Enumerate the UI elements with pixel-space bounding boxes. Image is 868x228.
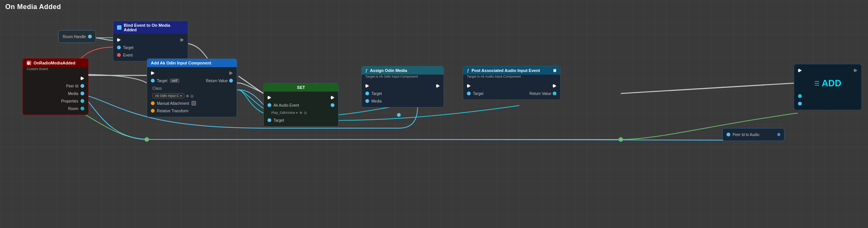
post-associated-node: ƒ Post Associated Audio Input Event 🖥 Ta… [463, 66, 561, 100]
room-handle-node: Room Handle [58, 30, 96, 43]
set-ak-audio-out[interactable] [331, 103, 334, 107]
relative-transform-label: Relative Transform [157, 109, 188, 113]
post-assoc-func-icon: ƒ [467, 68, 469, 73]
play-odin-voice-label: Play_OdinVoice [271, 111, 295, 115]
post-return-pin[interactable] [553, 92, 556, 95]
manual-attach-label: Manual Attachment [157, 101, 189, 106]
media-pin[interactable] [81, 92, 84, 95]
assign-odin-node: ƒ Assign Odin Media Target is Ak Odin In… [361, 66, 444, 107]
peer-to-audio-node: Peer Id to Audio [722, 128, 784, 141]
room-label: Room [68, 107, 78, 111]
bind-target-label: Target [123, 46, 134, 50]
peer-to-audio-in-pin[interactable] [727, 133, 730, 136]
add-ak-target-label: Target [157, 79, 167, 83]
post-assoc-monitor-icon[interactable]: 🖥 [552, 68, 556, 73]
set-icon2[interactable]: ◎ [304, 111, 307, 115]
room-pin[interactable] [81, 107, 84, 110]
post-associated-header: ƒ Post Associated Audio Input Event 🖥 [463, 66, 560, 75]
room-handle-label: Room Handle [63, 35, 86, 39]
assign-target-label: Target [371, 92, 382, 96]
set-ak-audio-value: Play_OdinVoice ▾ ⊕ ◎ [271, 111, 307, 115]
add-label: ADD [822, 78, 841, 89]
bind-event-label: Event [123, 53, 133, 57]
media-label: Media [68, 92, 78, 96]
add-list-icon: ☰ [814, 80, 819, 87]
page-title: On Media Added [5, 3, 61, 11]
add-ak-exec-in[interactable] [151, 71, 155, 75]
bind-exec-in[interactable] [117, 38, 121, 42]
properties-label: Properties [61, 99, 78, 103]
svg-point-3 [619, 137, 623, 142]
add-ak-target-pin[interactable] [151, 79, 155, 83]
add-ak-odin-node: Add Ak Odin Input Component Target self … [147, 58, 237, 117]
custom-event-icon: ◆ [27, 61, 31, 65]
post-target-pin[interactable] [467, 92, 471, 95]
assign-odin-subtitle: Target is Ak Odin Input Component [362, 75, 444, 80]
set-ak-audio-label: Ak Audio Event [274, 103, 299, 107]
add-ak-target-badge: self [170, 78, 179, 83]
class-dropdown-value: Ak Odin Input C [155, 94, 179, 98]
post-exec-out[interactable] [553, 84, 556, 88]
manual-attach-checkbox[interactable] [192, 101, 196, 106]
add-exec-out[interactable] [854, 68, 857, 73]
add-ak-exec-out[interactable] [229, 71, 233, 75]
post-target-label: Target [473, 92, 483, 96]
set-title: SET [297, 85, 305, 90]
room-handle-pin[interactable] [88, 35, 92, 38]
bind-exec-out[interactable] [180, 38, 184, 42]
custom-event-node: ◆ OnRadioMediaAdded Custom Event Peer Id… [23, 58, 88, 115]
set-node: SET Ak Audio Event Play_OdinVoice ▾ ⊕ ◎ … [263, 83, 339, 127]
set-icon1[interactable]: ⊕ [299, 111, 303, 115]
add-ak-class-label: Class [152, 86, 162, 90]
add-ak-return-label: Return Value [206, 79, 228, 83]
add-ak-class-value[interactable]: Ak Odin Input C ▾ [152, 93, 184, 98]
post-return-label: Return Value [529, 92, 551, 96]
bind-event-node: Bind Event to On Media Added Target Even… [113, 21, 188, 61]
assign-odin-title: Assign Odin Media [370, 68, 407, 73]
add-node: ☰ ADD [794, 64, 862, 110]
add-ak-odin-header: Add Ak Odin Input Component [147, 59, 237, 67]
add-ak-return-pin[interactable] [229, 79, 233, 83]
set-target-pin[interactable] [268, 118, 271, 122]
properties-pin[interactable] [81, 99, 84, 103]
assign-odin-header: ƒ Assign Odin Media [362, 66, 444, 75]
bind-target-pin[interactable] [117, 46, 121, 49]
post-assoc-title: Post Associated Audio Input Event [471, 68, 540, 73]
assign-exec-in[interactable] [365, 84, 369, 88]
set-exec-out[interactable] [331, 95, 334, 100]
add-input2-pin[interactable] [798, 102, 802, 106]
assign-target-pin[interactable] [365, 92, 369, 95]
manual-attach-pin[interactable] [151, 101, 155, 105]
peer-id-pin[interactable] [81, 84, 84, 88]
add-input-pin[interactable] [798, 94, 802, 98]
dropdown-arrow-icon[interactable]: ▾ [296, 111, 298, 115]
bind-event-pin[interactable] [117, 53, 121, 57]
peer-to-audio-label: Peer Id to Audio [733, 133, 759, 137]
bind-event-title: Bind Event to On Media Added [124, 23, 184, 32]
bind-event-header: Bind Event to On Media Added [113, 21, 188, 34]
assign-media-pin[interactable] [365, 99, 369, 103]
bind-event-icon [117, 25, 122, 30]
assign-media-label: Media [371, 99, 382, 103]
custom-event-subtitle: Custom Event [23, 67, 88, 72]
set-header: SET [264, 83, 338, 92]
assign-exec-out[interactable] [436, 84, 440, 88]
find-icon[interactable]: ◎ [190, 94, 194, 98]
set-ak-audio-pin[interactable] [268, 103, 271, 107]
post-assoc-subtitle: Target is Ak Audio Input Component [463, 75, 560, 80]
custom-event-header: ◆ OnRadioMediaAdded [23, 59, 88, 67]
peer-id-label: Peer Id [66, 84, 78, 88]
class-dropdown[interactable]: Ak Odin Input C ▾ [152, 93, 184, 98]
relative-transform-pin[interactable] [151, 109, 155, 113]
custom-event-title: OnRadioMediaAdded [33, 61, 75, 65]
custom-exec-out[interactable] [81, 76, 84, 81]
search-icon[interactable]: ⊕ [186, 94, 189, 98]
add-exec-in[interactable] [798, 68, 802, 73]
post-exec-in[interactable] [467, 84, 471, 88]
set-target-label: Target [274, 118, 284, 122]
assign-odin-func-icon: ƒ [365, 68, 368, 73]
peer-to-audio-out-pin[interactable] [777, 133, 780, 136]
chevron-down-icon: ▾ [180, 94, 182, 98]
svg-point-1 [397, 113, 401, 117]
set-exec-in[interactable] [268, 95, 271, 100]
